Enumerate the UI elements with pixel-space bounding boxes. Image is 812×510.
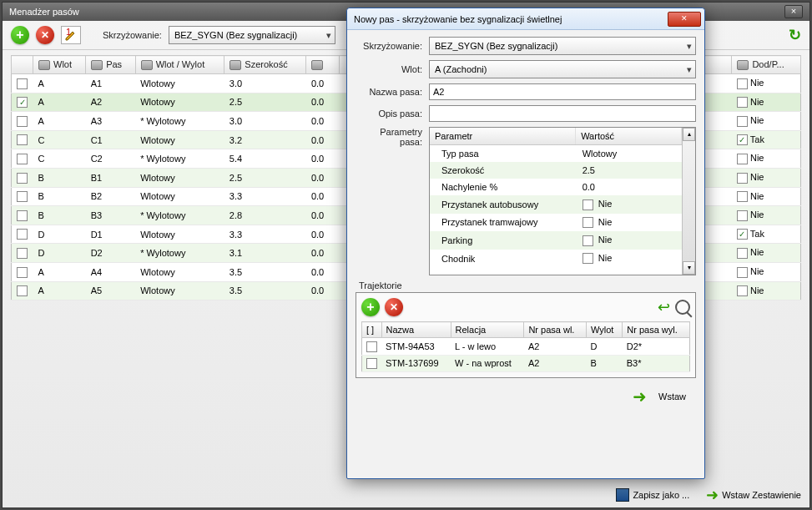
col-dod[interactable]: Dod/P... [732,56,801,74]
dod-checkbox[interactable] [737,97,748,108]
dlg-wlot-combo[interactable]: A (Zachodni) [429,60,696,78]
insert-summary-button[interactable]: ➜ Wstaw Zestawienie [706,486,801,504]
param-row[interactable]: Szerokość2.5 [430,162,695,179]
col-szer[interactable]: Szerokość [224,56,306,74]
row-checkbox[interactable] [17,173,28,184]
intersection-combo[interactable]: BEZ_SYGN (Bez sygnalizacji) [169,26,335,44]
param-checkbox[interactable] [583,253,593,264]
dlg-opis-label: Opis pasa: [356,109,429,119]
main-footer: Zapisz jako ... ➜ Wstaw Zestawienie [616,486,801,504]
save-as-button[interactable]: Zapisz jako ... [616,488,689,502]
col-extra[interactable] [306,56,340,74]
dialog-title-bar[interactable]: Nowy pas - skrzyżowanie bez sygnalizacji… [347,8,704,30]
param-row[interactable]: Typ pasaWlotowy [430,145,695,163]
edit-button[interactable]: 1 [61,26,81,44]
dod-checkbox[interactable] [737,116,748,127]
insert-button[interactable]: Wstaw [652,388,693,405]
dod-checkbox[interactable] [737,285,748,296]
traj-checkbox[interactable] [366,341,377,352]
printer-icon [141,60,153,70]
printer-icon [737,60,749,70]
row-checkbox[interactable] [17,248,28,259]
row-checkbox[interactable] [17,78,28,89]
save-icon [616,488,629,502]
row-checkbox[interactable] [17,154,28,164]
dod-checkbox[interactable] [737,191,748,202]
traj-group-label: Trajektorie [359,280,696,290]
param-row[interactable]: Chodnik Nie [430,250,695,268]
trajectories-box: + ✕ ↩ [ ] Nazwa Relacja Nr pasa wl. Wylo… [356,292,696,378]
insert-arrow-icon: ➜ [633,386,647,406]
window-title: Menadżer pasów [9,7,79,17]
add-button[interactable]: + [11,26,29,44]
pencil-icon: 1 [64,28,78,42]
main-window: Menadżer pasów × + ✕ 1 Skrzyżowanie: BEZ… [2,2,810,508]
traj-row[interactable]: STM-137699W - na wprostA2BB3* [362,355,690,372]
arrow-icon: ➜ [706,486,719,504]
param-scrollbar[interactable]: ▴ ▾ [682,128,695,275]
param-checkbox[interactable] [583,235,593,246]
printer-icon [38,60,50,70]
dod-checkbox[interactable] [737,154,748,164]
row-checkbox[interactable] [17,285,28,296]
param-grid[interactable]: Parametr Wartość Typ pasaWlotowySzerokoś… [429,127,696,275]
dod-checkbox[interactable] [737,267,748,278]
param-checkbox[interactable] [583,199,593,210]
dod-checkbox[interactable] [737,248,748,259]
param-checkbox[interactable] [583,217,593,228]
dlg-intersection-label: Skrzyżowanie: [356,41,429,51]
scroll-down-button[interactable]: ▾ [683,261,695,275]
traj-add-button[interactable]: + [361,298,380,316]
dod-checkbox[interactable] [737,210,748,221]
col-check[interactable] [12,56,33,74]
row-checkbox[interactable]: ✓ [17,97,28,108]
row-checkbox[interactable] [17,229,28,240]
intersection-label: Skrzyżowanie: [103,30,162,40]
param-row[interactable]: Parking Nie [430,231,695,250]
traj-delete-button[interactable]: ✕ [385,298,403,316]
close-icon[interactable]: × [784,5,803,18]
traj-refresh-icon[interactable]: ↩ [658,298,670,316]
param-row[interactable]: Przystanek tramwajowy Nie [430,214,695,232]
traj-row[interactable]: STM-94A53L - w lewoA2DD2* [362,338,690,356]
param-row[interactable]: Przystanek autobusowy Nie [430,195,695,214]
scroll-up-button[interactable]: ▴ [683,128,695,141]
printer-icon [311,60,323,70]
lane-name-input[interactable]: A2 [429,83,696,100]
search-icon[interactable] [675,300,690,315]
printer-icon [91,60,103,70]
dialog-close-button[interactable]: ✕ [668,12,701,27]
trajectories-grid[interactable]: [ ] Nazwa Relacja Nr pasa wl. Wylot Nr p… [361,321,690,372]
col-wlotwylot[interactable]: Wlot / Wylot [135,56,224,74]
traj-checkbox[interactable] [366,358,377,369]
printer-icon [229,60,241,70]
dlg-wlot-label: Wlot: [356,64,429,74]
svg-text:1: 1 [66,28,71,37]
refresh-icon[interactable]: ↻ [789,26,801,44]
dod-checkbox[interactable] [737,173,748,184]
dod-checkbox[interactable]: ✓ [737,229,748,240]
dod-checkbox[interactable] [737,78,748,89]
new-lane-dialog: Nowy pas - skrzyżowanie bez sygnalizacji… [346,8,705,479]
dod-checkbox[interactable]: ✓ [737,134,748,145]
col-pas[interactable]: Pas [86,56,136,74]
lane-desc-input[interactable] [429,105,696,122]
dlg-param-label: Parametry pasa: [356,127,429,147]
delete-button[interactable]: ✕ [36,26,54,44]
dlg-intersection-combo[interactable]: BEZ_SYGN (Bez sygnalizacji) [429,37,696,55]
dialog-title: Nowy pas - skrzyżowanie bez sygnalizacji… [354,14,562,24]
row-checkbox[interactable] [17,116,28,127]
param-row[interactable]: Nachylenie %0.0 [430,179,695,195]
row-checkbox[interactable] [17,191,28,202]
row-checkbox[interactable] [17,267,28,278]
dlg-nazwa-label: Nazwa pasa: [356,87,429,97]
col-wlot[interactable]: Wlot [33,56,86,74]
row-checkbox[interactable] [17,210,28,221]
row-checkbox[interactable] [17,134,28,145]
